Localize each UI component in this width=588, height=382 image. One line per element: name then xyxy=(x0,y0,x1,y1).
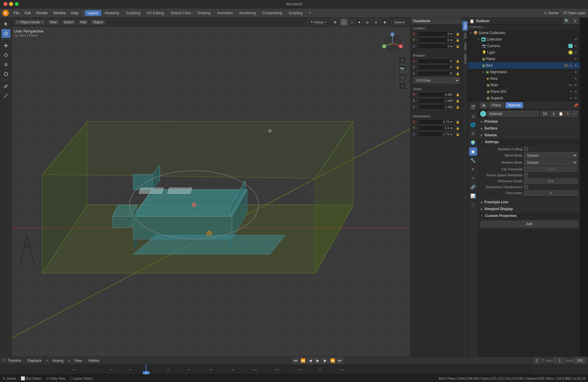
bed-vis-icon[interactable] xyxy=(573,63,578,68)
step-back-btn[interactable]: ◀ xyxy=(307,357,314,364)
material-name-select[interactable]: Material xyxy=(487,111,539,117)
pivot-point[interactable]: ⊕ xyxy=(331,19,339,26)
lock-x-icon[interactable]: 🔒 xyxy=(456,32,460,36)
dim-lock-z[interactable]: 🔒 xyxy=(456,132,460,136)
plane-tab[interactable]: Plane xyxy=(489,102,504,108)
timeline-body[interactable]: 1 -60 -40 -20 20 40 60 80 100 120 140 16… xyxy=(0,365,588,374)
menu-file[interactable]: File xyxy=(11,10,22,16)
tool-measure[interactable] xyxy=(1,91,10,100)
end-frame[interactable]: 250 xyxy=(574,358,586,364)
xray-toggle[interactable]: ◈ xyxy=(381,19,388,26)
scale-y[interactable]: 1.000 xyxy=(418,98,455,103)
main-vis-icon[interactable] xyxy=(573,83,578,87)
prop-view-layer-icon[interactable]: 🌐 xyxy=(469,121,477,129)
tab-create[interactable]: Create xyxy=(462,52,468,66)
outliner-scene-collection[interactable]: 📦 Scene Collection xyxy=(468,30,580,36)
surface-header[interactable]: Surface xyxy=(478,125,580,132)
ssr-checkbox[interactable] xyxy=(524,173,528,177)
custom-props-header[interactable]: Custom Properties xyxy=(478,212,580,219)
area-vis-icon[interactable] xyxy=(573,76,578,81)
rotation-y[interactable]: 0° xyxy=(418,65,455,70)
pin-icon[interactable]: 📌 xyxy=(573,103,578,108)
dim-x[interactable]: 3.75 m xyxy=(418,119,455,124)
outliner-plane[interactable]: ▣ Plane xyxy=(468,56,580,62)
tool-transform[interactable] xyxy=(1,70,10,79)
support-vis-icon[interactable] xyxy=(573,96,578,100)
prop-constraints-icon[interactable]: 🔗 xyxy=(469,183,477,191)
material-paste-icon[interactable]: 📋 xyxy=(557,111,564,117)
add-workspace-button[interactable]: + xyxy=(306,10,314,16)
prop-material-icon[interactable]: ⬡ xyxy=(469,201,477,209)
prop-modifier-icon[interactable]: 🔧 xyxy=(469,156,477,164)
outliner-collection[interactable]: ▣ Collection xyxy=(468,36,580,43)
viewport-canvas[interactable]: User Perspective (1) Bed | Plane Z X xyxy=(12,27,410,357)
backface-culling-checkbox[interactable] xyxy=(524,147,528,151)
workspace-tab-shading[interactable]: Shading xyxy=(195,10,214,16)
outliner-nightstand[interactable]: ▣ Nightstand xyxy=(468,69,580,75)
prev-keyframe-btn[interactable]: ⏪ xyxy=(300,357,306,364)
outliner-support[interactable]: ▣ Support ▼ xyxy=(468,95,580,101)
timeline-view-menu[interactable]: View xyxy=(72,358,84,363)
navigation-gizmo[interactable]: Z X Y xyxy=(381,31,404,55)
nightstand-vis-icon[interactable] xyxy=(573,70,578,74)
rotation-x[interactable]: 0° xyxy=(418,58,455,64)
prop-physics-icon[interactable]: ⚛ xyxy=(469,174,477,182)
material-options-icon[interactable]: ⋯ xyxy=(572,111,578,117)
tool-scale[interactable] xyxy=(1,60,10,69)
display-mode-solid[interactable]: □ xyxy=(340,19,347,26)
prop-render-icon[interactable]: 🎬 xyxy=(469,103,477,111)
scale-z[interactable]: 1.000 xyxy=(418,104,455,110)
outliner-sort-icon[interactable]: ⇅ xyxy=(572,18,578,24)
toggle-camera[interactable]: 📷 xyxy=(398,65,406,73)
scale-lock-x[interactable]: 🔒 xyxy=(456,92,460,97)
close-button[interactable] xyxy=(4,2,7,6)
prop-particles-icon[interactable]: ✦ xyxy=(469,165,477,173)
toggle-perspective[interactable]: ⬡ xyxy=(398,73,406,81)
current-frame[interactable]: 1 xyxy=(534,358,540,364)
keying-menu[interactable]: Keying xyxy=(50,358,66,363)
location-z[interactable]: 0 m xyxy=(418,44,455,49)
clip-threshold-value[interactable]: 0.000 xyxy=(524,167,578,172)
blend-mode-select[interactable]: Opaque Alpha Clip Alpha Hashed Alpha Ble… xyxy=(524,152,578,158)
workspace-tab-compositing[interactable]: Compositing xyxy=(259,10,285,16)
transform-space[interactable]: ↻ Global ▼ xyxy=(308,19,330,25)
lock-y-icon[interactable]: 🔒 xyxy=(456,38,460,42)
refraction-depth-value[interactable]: 0 m xyxy=(524,178,578,184)
freestyle-header[interactable]: Freestyle Line xyxy=(478,199,580,205)
menu-render[interactable]: Render xyxy=(34,10,50,16)
scale-x[interactable]: 0.682 xyxy=(418,92,455,97)
settings-header[interactable]: Settings xyxy=(478,139,580,145)
object-mode-selector[interactable]: ⬡ Object Mode ▼ xyxy=(14,20,45,25)
playback-menu[interactable]: Playback xyxy=(25,358,44,363)
view-menu[interactable]: View xyxy=(47,20,60,25)
light-vis-icon[interactable] xyxy=(573,50,578,55)
outliner-light[interactable]: 💡 Light xyxy=(468,49,580,56)
viewport-display-header[interactable]: Viewport Display xyxy=(478,206,580,212)
workspace-tab-texture[interactable]: Texture Paint xyxy=(167,10,194,16)
prop-object-icon[interactable]: ▣ xyxy=(469,147,477,156)
location-x[interactable]: 0 m xyxy=(418,31,455,36)
lock-z-icon[interactable]: 🔒 xyxy=(456,44,460,48)
prop-scene-icon[interactable]: ⚙ xyxy=(469,130,477,138)
dim-z[interactable]: 2.75 m xyxy=(418,132,455,137)
outliner-main[interactable]: ▣ Main ▼₂ xyxy=(468,82,580,88)
zoom-to-selected[interactable]: ⊹ xyxy=(398,56,406,64)
rotation-mode-select[interactable]: XYZ Euler xyxy=(413,77,460,83)
next-keyframe-btn[interactable]: ⏩ xyxy=(329,357,336,364)
object-menu[interactable]: Object xyxy=(90,20,105,25)
plane-vis-icon[interactable] xyxy=(573,57,578,61)
tool-cursor[interactable] xyxy=(1,29,10,38)
minimize-button[interactable] xyxy=(9,2,13,6)
tab-item[interactable]: Item xyxy=(462,21,468,31)
prop-header-icon-btn[interactable]: ▣ xyxy=(480,103,487,108)
tool-move[interactable] xyxy=(1,41,10,50)
dim-lock-x[interactable]: 🔒 xyxy=(456,120,460,124)
tool-select[interactable] xyxy=(1,20,10,28)
rotation-z[interactable]: 0° xyxy=(418,71,455,76)
shadow-mode-select[interactable]: Opaque Alpha Clip Alpha Hashed None xyxy=(524,159,578,165)
tab-view[interactable]: View xyxy=(462,41,468,52)
tool-rotate[interactable] xyxy=(1,51,10,60)
prop-data-icon[interactable]: 📊 xyxy=(469,192,477,200)
outliner-area[interactable]: ◈ Area xyxy=(468,75,580,82)
collection-vis-icon[interactable] xyxy=(573,37,578,42)
